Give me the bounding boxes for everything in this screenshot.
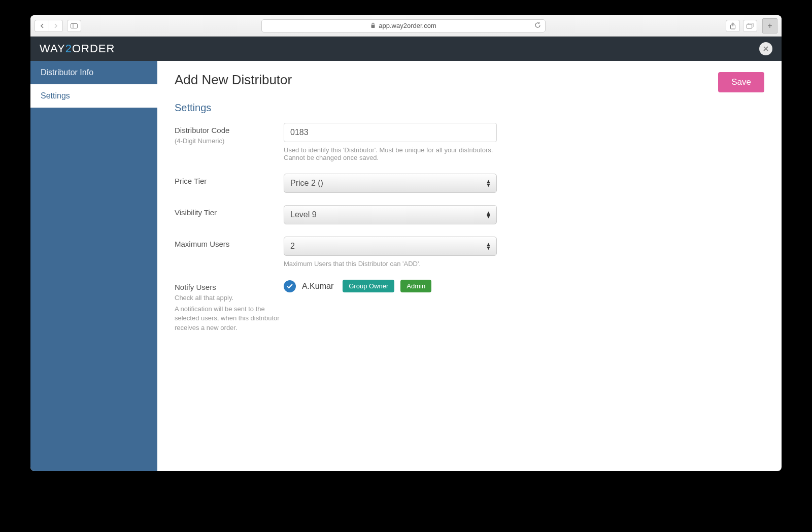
visibility-tier-select[interactable]: Level 9 ▲▼ bbox=[284, 205, 497, 224]
price-tier-value: Price 2 () bbox=[290, 179, 323, 188]
chevron-updown-icon: ▲▼ bbox=[486, 243, 491, 250]
chevron-updown-icon: ▲▼ bbox=[486, 180, 491, 187]
app-header: WAY2ORDER bbox=[30, 37, 782, 61]
sidebar-item-label: Settings bbox=[41, 91, 70, 100]
tabs-button[interactable] bbox=[743, 20, 757, 32]
sidebar-item-settings[interactable]: Settings bbox=[30, 84, 157, 108]
max-users-value: 2 bbox=[290, 242, 295, 251]
sidebar: Distributor Info Settings bbox=[30, 61, 157, 471]
svg-rect-0 bbox=[71, 23, 78, 28]
sublabel-distributor-code: (4-Digit Numeric) bbox=[175, 137, 284, 146]
new-tab-button[interactable]: + bbox=[762, 18, 777, 34]
url-host: app.way2order.com bbox=[379, 22, 436, 29]
user-checkbox[interactable] bbox=[284, 280, 296, 292]
sidebar-toggle-button[interactable] bbox=[67, 20, 81, 32]
svg-rect-6 bbox=[747, 24, 752, 28]
sublabel-notify-1: Check all that apply. bbox=[175, 293, 284, 303]
check-icon bbox=[287, 284, 293, 289]
row-visibility-tier: Visibility Tier Level 9 ▲▼ bbox=[175, 205, 764, 224]
forward-button[interactable] bbox=[49, 20, 63, 32]
sidebar-item-distributor-info[interactable]: Distributor Info bbox=[30, 61, 157, 84]
browser-toolbar: app.way2order.com + bbox=[30, 15, 782, 37]
app-body: Distributor Info Settings Add New Distri… bbox=[30, 61, 782, 471]
save-button[interactable]: Save bbox=[718, 72, 764, 92]
label-distributor-code: Distributor Code bbox=[175, 126, 284, 135]
badge-group-owner: Group Owner bbox=[343, 280, 394, 292]
svg-rect-2 bbox=[371, 25, 375, 28]
logo-two: 2 bbox=[65, 42, 72, 55]
main-content: Add New Distributor Save Settings Distri… bbox=[157, 61, 782, 471]
section-title: Settings bbox=[175, 102, 764, 114]
main-header: Add New Distributor Save bbox=[175, 72, 764, 102]
share-button[interactable] bbox=[726, 20, 740, 32]
logo-post: ORDER bbox=[72, 42, 115, 55]
logo-pre: WAY bbox=[40, 42, 65, 55]
row-distributor-code: Distributor Code (4-Digit Numeric) Used … bbox=[175, 123, 764, 161]
row-notify-users: Notify Users Check all that apply. A not… bbox=[175, 280, 764, 332]
back-button[interactable] bbox=[35, 20, 49, 32]
label-notify-users: Notify Users bbox=[175, 283, 284, 291]
max-users-select[interactable]: 2 ▲▼ bbox=[284, 237, 497, 256]
browser-frame: app.way2order.com + WAY2ORDER Distri bbox=[30, 15, 782, 471]
row-max-users: Maximum Users 2 ▲▼ Maximum Users that th… bbox=[175, 237, 764, 268]
row-price-tier: Price Tier Price 2 () ▲▼ bbox=[175, 174, 764, 193]
sidebar-item-label: Distributor Info bbox=[41, 68, 93, 77]
logo: WAY2ORDER bbox=[40, 42, 115, 55]
close-button[interactable] bbox=[759, 42, 772, 55]
sublabel-notify-2: A notification will be sent to the selec… bbox=[175, 305, 284, 332]
help-max-users: Maximum Users that this Distributor can … bbox=[284, 260, 497, 268]
toolbar-right: + bbox=[726, 18, 777, 34]
nav-buttons bbox=[35, 20, 63, 32]
visibility-tier-value: Level 9 bbox=[290, 210, 317, 219]
address-bar[interactable]: app.way2order.com bbox=[261, 19, 546, 32]
notify-user-name: A.Kumar bbox=[302, 282, 333, 291]
notify-user-row: A.Kumar Group Owner Admin bbox=[284, 280, 497, 292]
chevron-updown-icon: ▲▼ bbox=[486, 211, 491, 218]
help-distributor-code: Used to identify this 'Distributor'. Mus… bbox=[284, 146, 497, 161]
lock-icon bbox=[370, 22, 376, 29]
distributor-code-input[interactable] bbox=[284, 123, 497, 142]
label-price-tier: Price Tier bbox=[175, 177, 284, 185]
label-visibility-tier: Visibility Tier bbox=[175, 208, 284, 217]
label-max-users: Maximum Users bbox=[175, 240, 284, 248]
badge-admin: Admin bbox=[400, 280, 431, 292]
price-tier-select[interactable]: Price 2 () ▲▼ bbox=[284, 174, 497, 193]
reload-icon[interactable] bbox=[534, 22, 541, 30]
page-title: Add New Distributor bbox=[175, 72, 292, 88]
